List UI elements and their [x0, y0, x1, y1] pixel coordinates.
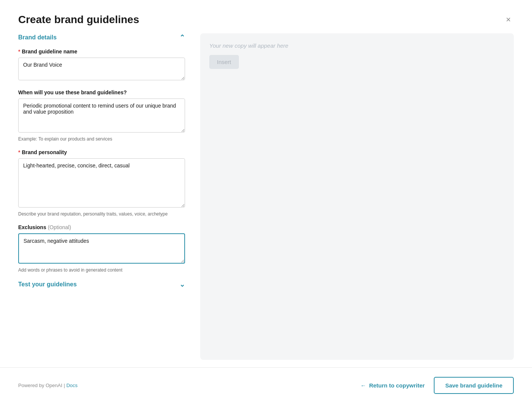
- close-button[interactable]: ×: [503, 14, 514, 25]
- chevron-down-icon: ⌄: [179, 280, 185, 289]
- required-star-name: *: [18, 48, 20, 55]
- when-use-group: When will you use these brand guidelines…: [18, 89, 185, 142]
- when-use-label: When will you use these brand guidelines…: [18, 89, 185, 95]
- footer-left: Powered by OpenAI | Docs: [18, 383, 78, 388]
- brand-guideline-name-label: * Brand guideline name: [18, 48, 185, 55]
- right-panel: Your new copy will appear here Insert: [200, 33, 514, 360]
- exclusions-label: Exclusions (Optional): [18, 224, 185, 230]
- test-section-header[interactable]: Test your guidelines ⌄: [18, 280, 185, 289]
- brand-personality-label: * Brand personality: [18, 149, 185, 155]
- brand-details-title: Brand details: [18, 34, 56, 41]
- modal-body: Brand details ⌃ * Brand guideline name W…: [0, 33, 532, 360]
- brand-guideline-name-group: * Brand guideline name: [18, 48, 185, 82]
- footer-right: ← Return to copywriter Save brand guidel…: [360, 377, 514, 394]
- exclusions-group: Exclusions (Optional) Add words or phras…: [18, 224, 185, 273]
- modal-title: Create brand guidelines: [18, 14, 139, 26]
- test-section: Test your guidelines ⌄: [18, 280, 185, 289]
- brand-details-section-header[interactable]: Brand details ⌃: [18, 33, 185, 42]
- modal-header: Create brand guidelines ×: [0, 0, 532, 33]
- exclusions-hint: Add words or phrases to avoid in generat…: [18, 267, 185, 273]
- required-star-personality: *: [18, 149, 20, 155]
- insert-button: Insert: [209, 55, 239, 69]
- arrow-left-icon: ←: [360, 382, 366, 389]
- test-section-title: Test your guidelines: [18, 281, 77, 288]
- brand-guideline-name-input[interactable]: [18, 58, 185, 80]
- brand-personality-group: * Brand personality Describe your brand …: [18, 149, 185, 217]
- chevron-up-icon: ⌃: [179, 33, 185, 42]
- when-use-input[interactable]: [18, 98, 185, 133]
- powered-by-text: Powered by OpenAI |: [18, 383, 65, 388]
- when-use-hint: Example: To explain our products and ser…: [18, 136, 185, 142]
- exclusions-input[interactable]: [18, 233, 185, 264]
- brand-personality-input[interactable]: [18, 158, 185, 208]
- docs-link[interactable]: Docs: [66, 383, 78, 388]
- save-brand-guideline-button[interactable]: Save brand guideline: [434, 377, 514, 394]
- return-to-copywriter-button[interactable]: ← Return to copywriter: [360, 382, 425, 389]
- modal-container: Create brand guidelines × Brand details …: [0, 0, 532, 403]
- copy-placeholder: Your new copy will appear here: [209, 42, 505, 49]
- optional-tag: (Optional): [48, 224, 71, 230]
- modal-footer: Powered by OpenAI | Docs ← Return to cop…: [0, 367, 532, 403]
- brand-personality-hint: Describe your brand reputation, personal…: [18, 211, 185, 217]
- left-panel: Brand details ⌃ * Brand guideline name W…: [18, 33, 185, 360]
